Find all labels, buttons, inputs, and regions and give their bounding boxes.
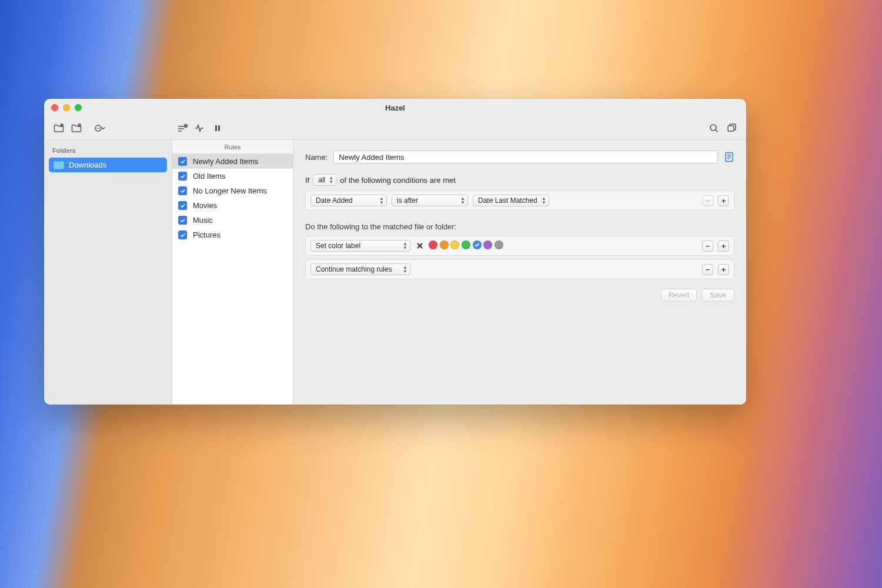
conditions-sentence: If all ▲▼ of the following conditions ar…: [305, 174, 734, 186]
remove-action-button[interactable]: −: [702, 240, 713, 252]
rules-heading: Rules: [172, 140, 293, 154]
color-swatch[interactable]: [473, 240, 482, 249]
revert-button[interactable]: Revert: [661, 289, 697, 302]
folders-heading: Folders: [44, 143, 172, 156]
rule-item[interactable]: Pictures: [172, 228, 293, 242]
rule-checkbox[interactable]: [178, 186, 187, 195]
color-swatch[interactable]: [429, 240, 437, 249]
svg-point-5: [99, 128, 100, 129]
rule-checkbox[interactable]: [178, 216, 187, 225]
color-swatch[interactable]: [483, 240, 492, 249]
clear-color-button[interactable]: [415, 242, 424, 250]
condition-row: Date Added▲▼ is after▲▼ Date Last Matche…: [305, 191, 734, 211]
rule-checkbox[interactable]: [178, 230, 187, 239]
svg-rect-7: [215, 125, 217, 131]
remove-condition-button[interactable]: −: [702, 195, 713, 206]
folder-label: Downloads: [69, 161, 106, 169]
svg-point-9: [710, 125, 716, 131]
rule-label: Pictures: [193, 230, 220, 239]
match-mode-popup[interactable]: all ▲▼: [313, 174, 336, 186]
action-type-popup[interactable]: Continue matching rules▲▼: [310, 263, 410, 275]
condition-value-popup[interactable]: Date Last Matched▲▼: [473, 195, 549, 206]
if-label: If: [305, 176, 309, 185]
rule-detail: Name: If all ▲▼ of the following conditi…: [293, 140, 746, 405]
rule-item[interactable]: Old Items: [172, 169, 293, 183]
action-type-popup[interactable]: Set color label▲▼: [310, 240, 410, 252]
rule-label: Movies: [193, 201, 217, 210]
rule-name-input[interactable]: [333, 151, 718, 163]
folder-item-downloads[interactable]: Downloads: [49, 158, 167, 172]
color-swatch[interactable]: [495, 240, 503, 249]
rule-status-button[interactable]: [173, 121, 191, 136]
if-suffix: of the following conditions are met: [340, 176, 456, 185]
action-row-continue: Continue matching rules▲▼ − +: [305, 259, 734, 279]
svg-point-3: [96, 128, 98, 129]
rule-checkbox[interactable]: [178, 172, 187, 181]
condition-attribute-popup[interactable]: Date Added▲▼: [310, 195, 387, 206]
add-folder-button[interactable]: [50, 121, 68, 136]
pause-button[interactable]: [209, 121, 226, 136]
color-swatch[interactable]: [440, 240, 449, 249]
detach-window-button[interactable]: [723, 121, 740, 136]
color-swatch[interactable]: [462, 240, 470, 249]
rule-item[interactable]: Music: [172, 213, 293, 228]
remove-action-button[interactable]: −: [702, 264, 713, 275]
folder-actions-menu[interactable]: [91, 121, 109, 136]
rule-label: Old Items: [193, 172, 226, 181]
notes-icon[interactable]: [724, 151, 734, 163]
folders-sidebar: Folders Downloads: [44, 140, 172, 405]
rule-item[interactable]: Movies: [172, 198, 293, 213]
add-action-button[interactable]: +: [718, 240, 729, 252]
rule-checkbox[interactable]: [178, 201, 187, 210]
rules-list: Rules Newly Added ItemsOld ItemsNo Longe…: [172, 140, 293, 405]
titlebar: Hazel: [44, 99, 746, 116]
add-condition-button[interactable]: +: [718, 195, 729, 206]
app-window: Hazel Folders: [44, 99, 746, 405]
rule-label: No Longer New Items: [193, 186, 267, 195]
color-swatch[interactable]: [450, 240, 459, 249]
condition-operator-popup[interactable]: is after▲▼: [392, 195, 468, 206]
actions-heading: Do the following to the matched file or …: [305, 222, 734, 231]
name-label: Name:: [305, 153, 328, 162]
svg-rect-8: [218, 125, 220, 131]
folder-icon: [54, 161, 64, 169]
action-row-color: Set color label▲▼ − +: [305, 236, 734, 256]
rule-item[interactable]: No Longer New Items: [172, 183, 293, 198]
save-button[interactable]: Save: [701, 289, 734, 302]
toolbar: [44, 116, 746, 140]
rule-label: Music: [193, 216, 213, 225]
content: Folders Downloads Rules Newly Added Item…: [44, 140, 746, 405]
remove-folder-button[interactable]: [68, 121, 85, 136]
search-button[interactable]: [705, 121, 723, 136]
window-title: Hazel: [44, 103, 746, 112]
activity-button[interactable]: [191, 121, 209, 136]
rule-checkbox[interactable]: [178, 157, 187, 166]
svg-rect-10: [728, 126, 734, 131]
rule-label: Newly Added Items: [193, 157, 258, 166]
add-action-button[interactable]: +: [718, 264, 729, 275]
svg-point-4: [98, 128, 99, 129]
rule-item[interactable]: Newly Added Items: [172, 154, 293, 169]
